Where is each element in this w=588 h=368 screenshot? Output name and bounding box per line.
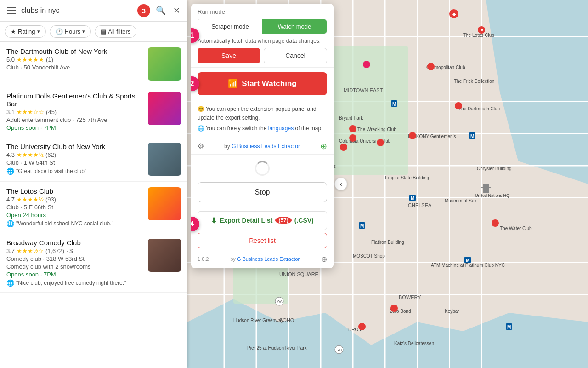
mode-toggle: Scraper mode Watch mode bbox=[198, 19, 327, 34]
filter-all[interactable]: ▤ All filters bbox=[95, 25, 136, 38]
hide-sidebar-button[interactable]: ‹ bbox=[334, 178, 347, 190]
result-extra-type: Comedy club with 2 showrooms bbox=[6, 263, 143, 270]
result-image bbox=[148, 47, 181, 80]
svg-text:MIDTOWN EAST: MIDTOWN EAST bbox=[344, 87, 383, 93]
result-name: Platinum Dolls Gentlemen's Club & Sports… bbox=[6, 92, 143, 108]
stop-section: Stop bbox=[191, 182, 334, 207]
settings-icon[interactable]: ⚙ bbox=[198, 142, 204, 150]
bottom-attribution-link[interactable]: G Business Leads Extractor bbox=[237, 256, 300, 262]
search-bar: 3 🔍 ✕ bbox=[0, 0, 187, 22]
svg-point-56 bbox=[492, 219, 499, 227]
star-icon: ★ bbox=[11, 28, 16, 35]
cancel-button[interactable]: Cancel bbox=[264, 48, 327, 63]
svg-text:M: M bbox=[411, 196, 414, 201]
list-item[interactable]: Platinum Dolls Gentlemen's Club & Sports… bbox=[0, 86, 187, 137]
svg-point-55 bbox=[377, 139, 384, 146]
svg-text:United Nations HQ: United Nations HQ bbox=[475, 193, 509, 198]
filter-icon: ▤ bbox=[101, 28, 106, 35]
filter-rating-label: Rating bbox=[18, 28, 35, 35]
result-review: 🌐 "Great place to visit the club" bbox=[6, 167, 143, 175]
search-count-badge: 3 bbox=[137, 4, 150, 17]
reset-list-button[interactable]: Reset list bbox=[198, 233, 327, 248]
result-image bbox=[148, 239, 181, 272]
search-button[interactable]: 🔍 bbox=[154, 4, 168, 17]
auto-fetch-text: Automatically fetch data when page data … bbox=[198, 38, 327, 44]
svg-text:M: M bbox=[466, 258, 469, 263]
svg-text:The Frick Collection: The Frick Collection bbox=[454, 79, 494, 84]
result-type: Adult entertainment club · 725 7th Ave bbox=[6, 116, 143, 123]
svg-text:M: M bbox=[392, 102, 396, 107]
globe-icon: 🌐 bbox=[6, 279, 14, 287]
attribution-bar: ⚙ by G Business Leads Extractor ⊕ bbox=[191, 138, 334, 155]
rating-row: 4.3 ★★★★½ (62) bbox=[6, 151, 143, 158]
add-icon[interactable]: ⊕ bbox=[320, 141, 327, 151]
svg-text:CHELSEA: CHELSEA bbox=[408, 202, 432, 208]
review-count: (45) bbox=[46, 109, 57, 115]
svg-point-92 bbox=[349, 125, 356, 132]
results-list: The Dartmouth Club of New York 5.0 ★★★★★… bbox=[0, 42, 187, 368]
result-info: Broadway Comedy Club 3.7 ★★★½☆ (1,672) ·… bbox=[6, 239, 143, 287]
rating-row: 3.7 ★★★½☆ (1,672) · $ bbox=[6, 247, 143, 254]
settings-icon-bottom[interactable]: ⊕ bbox=[321, 255, 327, 264]
chevron-left-icon: ‹ bbox=[340, 180, 342, 188]
watch-mode-button[interactable]: Watch mode bbox=[262, 19, 327, 34]
result-type: Club · 1 W 54th St bbox=[6, 159, 143, 166]
svg-text:The Dartmouth Club: The Dartmouth Club bbox=[458, 106, 500, 111]
rating-value: 3.1 bbox=[6, 109, 15, 115]
result-type: Club · 5 E 66th St bbox=[6, 204, 143, 211]
rating-value: 4.7 bbox=[6, 196, 15, 203]
clock-icon: 🕐 bbox=[56, 28, 63, 35]
loading-spinner bbox=[255, 161, 270, 176]
list-item[interactable]: The University Club of New York 4.3 ★★★★… bbox=[0, 137, 187, 182]
svg-point-54 bbox=[340, 144, 347, 151]
svg-point-59 bbox=[358, 323, 366, 330]
stars: ★★★½☆ bbox=[17, 247, 44, 254]
scraper-mode-button[interactable]: Scraper mode bbox=[198, 19, 262, 34]
stars: ★★★★★ bbox=[17, 56, 44, 63]
result-image bbox=[148, 92, 181, 125]
list-item[interactable]: Broadway Comedy Club 3.7 ★★★½☆ (1,672) ·… bbox=[0, 233, 187, 293]
rating-row: 3.1 ★★★☆☆ (45) bbox=[6, 109, 143, 115]
svg-text:Katz's Delicatessen: Katz's Delicatessen bbox=[394, 341, 434, 346]
languages-link[interactable]: languages bbox=[268, 125, 294, 132]
search-input[interactable] bbox=[21, 6, 134, 15]
save-button[interactable]: Save bbox=[198, 48, 260, 63]
svg-point-60 bbox=[363, 61, 370, 68]
download-icon: ⬇ bbox=[211, 216, 217, 225]
overlay-panel: 1 Run mode Scraper mode Watch mode Autom… bbox=[191, 4, 334, 268]
stars: ★★★★½ bbox=[17, 196, 44, 203]
filter-bar: ★ Rating ▾ 🕐 Hours ▾ ▤ All filters bbox=[0, 22, 187, 42]
result-info: The Lotos Club 4.7 ★★★★½ (93) Club · 5 E… bbox=[6, 187, 143, 227]
export-count: (57) bbox=[275, 217, 291, 224]
svg-text:UNION SQUARE: UNION SQUARE bbox=[279, 271, 318, 277]
stars: ★★★★½ bbox=[17, 151, 44, 158]
list-item[interactable]: The Lotos Club 4.7 ★★★★½ (93) Club · 5 E… bbox=[0, 182, 187, 233]
svg-text:Museum of Sex: Museum of Sex bbox=[445, 198, 476, 203]
attribution-link[interactable]: G Business Leads Extractor bbox=[232, 143, 300, 150]
info-line1: 😊 You can open the extension popup panel… bbox=[198, 105, 327, 122]
watch-icon: 📶 bbox=[228, 79, 238, 89]
result-image bbox=[148, 187, 181, 220]
svg-text:◆: ◆ bbox=[452, 12, 456, 17]
review-count: (93) bbox=[45, 196, 56, 203]
svg-text:Hudson River Greenway: Hudson River Greenway bbox=[233, 318, 283, 323]
menu-icon[interactable] bbox=[6, 6, 17, 16]
svg-text:Chrysler Building: Chrysler Building bbox=[477, 166, 512, 171]
svg-rect-90 bbox=[481, 187, 491, 188]
start-watching-button[interactable]: 📶 Start Watching bbox=[198, 72, 327, 95]
map-container[interactable]: MIDTOWN EAST HELL'S KITCHEN CHELSEA UNIO… bbox=[187, 0, 588, 368]
svg-text:78: 78 bbox=[337, 348, 342, 352]
svg-text:▼: ▼ bbox=[480, 28, 484, 33]
filter-rating[interactable]: ★ Rating ▾ bbox=[5, 25, 46, 38]
result-info: The University Club of New York 4.3 ★★★★… bbox=[6, 143, 143, 175]
bottom-attr-text: by G Business Leads Extractor bbox=[230, 256, 300, 262]
list-item[interactable]: The Dartmouth Club of New York 5.0 ★★★★★… bbox=[0, 42, 187, 86]
result-type: Comedy club · 318 W 53rd St bbox=[6, 255, 143, 262]
rating-value: 4.3 bbox=[6, 151, 15, 158]
filter-hours[interactable]: 🕐 Hours ▾ bbox=[50, 25, 91, 38]
export-button[interactable]: ⬇ Export Detail List (57) (.CSV) bbox=[198, 211, 327, 230]
run-mode-label: Run mode bbox=[198, 8, 327, 15]
stop-button[interactable]: Stop bbox=[198, 182, 327, 202]
clear-search-button[interactable]: ✕ bbox=[171, 4, 182, 17]
chevron-down-icon: ▾ bbox=[82, 29, 85, 34]
